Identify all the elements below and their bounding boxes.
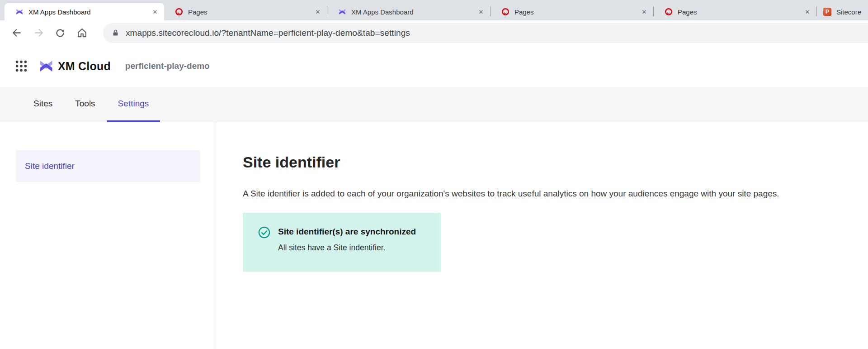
xm-cloud-logo-icon[interactable] xyxy=(38,58,54,74)
app-nav-tabs: Sites Tools Settings xyxy=(0,87,868,122)
settings-sidebar: Site identifier xyxy=(0,122,216,349)
browser-tab-xm-apps-dashboard-2[interactable]: XM Apps Dashboard ✕ xyxy=(327,3,490,20)
sitecore-icon xyxy=(501,8,509,16)
forward-icon[interactable] xyxy=(31,25,46,41)
back-icon[interactable] xyxy=(9,25,24,41)
page-description: A Site identifier is added to each of yo… xyxy=(243,188,850,199)
tab-sites[interactable]: Sites xyxy=(22,87,64,122)
home-icon[interactable] xyxy=(74,25,90,41)
sitecore-icon xyxy=(175,8,183,16)
app-header: XM Cloud perficient-play-demo xyxy=(0,45,868,87)
alert-text: Site identifier(s) are synchronized All … xyxy=(278,227,416,253)
close-tab-icon[interactable]: ✕ xyxy=(313,7,322,16)
xm-cloud-icon xyxy=(15,8,24,16)
check-circle-icon xyxy=(258,226,270,239)
url-text[interactable]: xmapps.sitecorecloud.io/?tenantName=perf… xyxy=(126,28,410,38)
reload-icon[interactable] xyxy=(52,25,68,41)
browser-tab-xm-apps-dashboard-1[interactable]: XM Apps Dashboard ✕ xyxy=(5,3,164,20)
tab-settings[interactable]: Settings xyxy=(107,87,160,122)
sidebar-item-site-identifier[interactable]: Site identifier xyxy=(16,150,200,182)
site-identifier-panel: Site identifier A Site identifier is add… xyxy=(216,122,868,349)
browser-tab-sitecore[interactable]: P Sitecore xyxy=(817,3,868,20)
xm-cloud-icon xyxy=(338,8,346,16)
alert-title: Site identifier(s) are synchronized xyxy=(278,227,416,237)
close-tab-icon[interactable]: ✕ xyxy=(640,7,649,16)
app-switcher-icon[interactable] xyxy=(14,58,29,74)
browser-toolbar: xmapps.sitecorecloud.io/?tenantName=perf… xyxy=(0,20,868,45)
tab-title: XM Apps Dashboard xyxy=(351,8,476,16)
tab-title: Sitecore xyxy=(836,8,868,16)
settings-content: Site identifier Site identifier A Site i… xyxy=(0,122,868,349)
close-tab-icon[interactable]: ✕ xyxy=(476,7,486,16)
alert-body: All sites have a Site indentifier. xyxy=(278,243,416,253)
browser-tab-pages-3[interactable]: Pages ✕ xyxy=(654,3,816,20)
tab-title: Pages xyxy=(678,8,803,16)
browser-tab-strip: XM Apps Dashboard ✕ Pages ✕ XM Apps Dash… xyxy=(0,0,868,20)
tab-title: XM Apps Dashboard xyxy=(28,8,151,16)
tab-title: Pages xyxy=(188,8,313,16)
tab-title: Pages xyxy=(514,8,640,16)
page-title: Site identifier xyxy=(243,153,850,171)
lock-icon[interactable] xyxy=(112,29,119,37)
sync-status-alert: Site identifier(s) are synchronized All … xyxy=(243,213,441,272)
close-tab-icon[interactable]: ✕ xyxy=(151,7,160,16)
browser-tab-pages-2[interactable]: Pages ✕ xyxy=(491,3,653,20)
tenant-name: perficient-play-demo xyxy=(125,61,210,71)
sitecore-icon xyxy=(665,8,673,16)
close-tab-icon[interactable]: ✕ xyxy=(803,7,812,16)
address-bar[interactable]: xmapps.sitecorecloud.io/?tenantName=perf… xyxy=(103,23,868,43)
browser-tab-pages-1[interactable]: Pages ✕ xyxy=(164,3,327,20)
product-name: XM Cloud xyxy=(58,60,111,73)
tab-tools[interactable]: Tools xyxy=(64,87,106,122)
powerpoint-icon: P xyxy=(823,8,831,16)
